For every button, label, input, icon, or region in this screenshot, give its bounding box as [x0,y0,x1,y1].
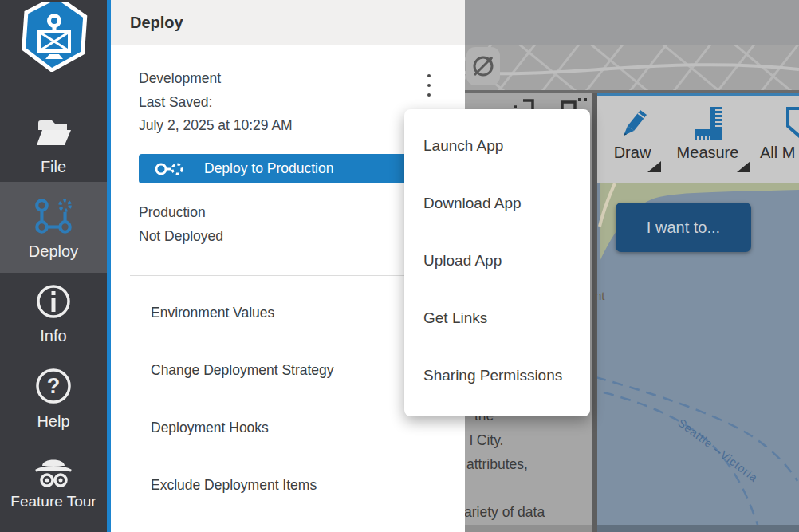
sidebar-item-label: Deploy [0,242,107,261]
last-saved-value: July 2, 2025 at 10:29 AM [139,114,293,138]
kebab-icon [427,84,431,87]
sidebar-item-label: File [0,158,107,176]
panel-text-fragment: l City. [470,432,503,449]
feature-tour-icon [31,453,76,491]
kebab-icon [427,74,431,77]
draw-dropdown-triangle[interactable] [647,161,661,172]
kebab-icon [427,93,431,97]
map-canvas[interactable]: Seattle --Victoria nt I want to... [597,183,799,532]
measure-label: Measure [665,144,750,162]
development-info: Development Last Saved: July 2, 2025 at … [139,67,293,138]
action-deployment-hooks[interactable]: Deployment Hooks [151,420,269,439]
app-logo [21,2,88,72]
action-exclude-deployment-items[interactable]: Exclude Deployment Items [151,477,317,496]
street-grid [465,45,799,90]
more-options-button[interactable] [417,67,441,104]
all-m-button[interactable]: All M [757,99,799,183]
sidebar-item-label: Help [0,412,107,431]
sidebar-item-info[interactable]: Info [0,278,107,351]
last-saved-label: Last Saved: [139,91,293,115]
help-icon: ? [35,368,72,404]
sidebar-item-deploy[interactable]: Deploy [0,182,107,273]
background-app-header [465,0,799,45]
map-toolbar: Draw Measure [597,93,799,183]
action-change-deployment-strategy[interactable]: Change Deployment Strategy [151,362,334,381]
target-name: Production [139,201,223,225]
menu-item-get-links[interactable]: Get Links [423,309,487,332]
map-place-label: nt [595,289,605,302]
menu-item-upload-app[interactable]: Upload App [423,252,502,274]
svg-text:?: ? [47,374,61,398]
screen: the l City. attributes, ariety of data D… [0,0,799,532]
page-title: Deploy [130,14,183,32]
production-info: Production Not Deployed [139,201,223,248]
sidebar-item-help[interactable]: ? Help [0,361,107,435]
folder-icon [34,116,73,150]
deploy-link-icon [155,161,183,177]
sidebar: File Deploy Info [0,0,111,532]
menu-item-launch-app[interactable]: Launch App [423,137,503,160]
shield-icon [786,107,799,140]
panel-bottom-edge [465,525,592,532]
map-strip[interactable] [465,45,799,90]
deploy-nodes-icon [33,195,73,238]
sidebar-accent-line [107,0,111,532]
menu-item-download-app[interactable]: Download App [423,195,522,217]
info-icon [36,284,71,319]
sidebar-item-file[interactable]: File [0,110,107,182]
i-want-to-button[interactable]: I want to... [616,203,751,252]
context-menu: Launch App Download App Upload App Get L… [404,109,590,416]
sidebar-item-label: Feature Tour [0,493,107,510]
panel-text-fragment: attributes, [466,456,528,473]
target-status: Not Deployed [139,225,223,249]
draw-button[interactable]: Draw [604,99,661,183]
deploy-to-production-button[interactable]: Deploy to Production [139,154,439,183]
sidebar-item-feature-tour[interactable]: Feature Tour [0,447,107,523]
measure-dropdown-triangle[interactable] [737,161,750,172]
menu-item-sharing-permissions[interactable]: Sharing Permissions [423,367,562,389]
sidebar-item-label: Info [0,327,107,345]
all-m-label: All M [760,144,799,162]
measure-button[interactable]: Measure [665,99,750,183]
ruler-icon [693,105,723,142]
ferry-route-label: Seattle --Victoria [675,416,760,485]
rotate-icon [471,54,495,78]
action-environment-values[interactable]: Environment Values [151,305,274,324]
map-rotate-button[interactable] [466,47,500,85]
draw-label: Draw [604,144,661,162]
pencil-icon [616,105,648,140]
deploy-button-label: Deploy to Production [204,160,333,177]
panel-text-fragment: ariety of data [465,504,545,521]
environment-name: Development [139,67,293,91]
deploy-panel-header: Deploy [111,0,465,45]
